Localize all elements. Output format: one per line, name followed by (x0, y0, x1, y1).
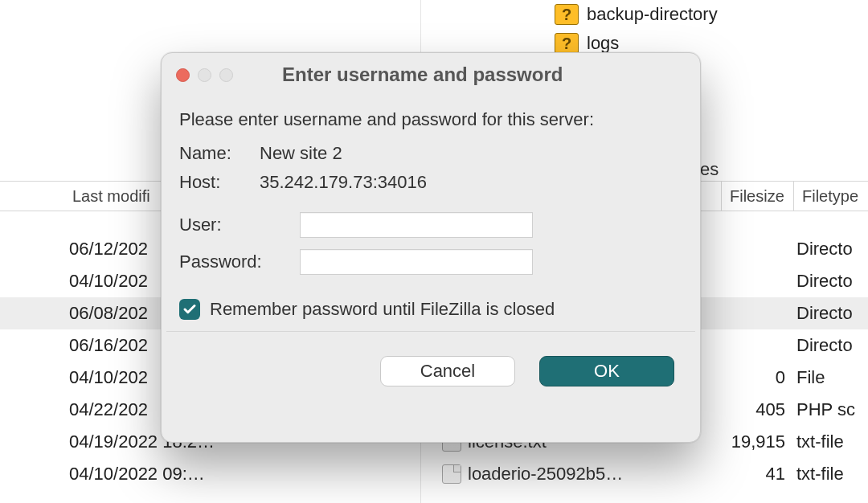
cell-size: 405 (715, 399, 792, 420)
table-row[interactable]: 04/10/2022 09:…loaderio-25092b5…41txt-fi… (0, 458, 868, 490)
col-last-modified[interactable]: Last modifi (0, 182, 177, 211)
host-label: Host: (179, 172, 260, 193)
credentials-dialog: Enter username and password Please enter… (161, 52, 701, 443)
file-icon (442, 464, 461, 484)
cell-type: Directo (792, 239, 868, 260)
cell-name: loaderio-25092b5… (442, 464, 715, 485)
cell-type: PHP sc (792, 399, 868, 420)
minimize-icon (198, 68, 211, 82)
password-field-row: Password: (179, 249, 682, 275)
info-row-host: Host: 35.242.179.73:34016 (179, 172, 682, 193)
remote-items-partial: backup-directory logs (555, 0, 718, 58)
info-row-name: Name: New site 2 (179, 143, 682, 164)
user-input[interactable] (300, 212, 533, 238)
host-value: 35.242.179.73:34016 (260, 172, 427, 193)
user-field-row: User: (179, 212, 682, 238)
dialog-titlebar: Enter username and password (162, 53, 700, 96)
cell-size: 19,915 (715, 431, 792, 452)
name-label: Name: (179, 143, 260, 164)
dialog-body: Please enter username and password for t… (162, 96, 700, 320)
cell-type: Directo (792, 335, 868, 356)
cancel-button[interactable]: Cancel (380, 356, 515, 386)
cell-date: 04/10/2022 09:… (0, 464, 418, 485)
check-icon (182, 302, 197, 317)
remote-item-label: logs (587, 33, 619, 54)
user-label: User: (179, 215, 300, 235)
ok-button[interactable]: OK (539, 356, 674, 386)
dialog-footer: Cancel OK (162, 332, 700, 386)
remember-row: Remember password until FileZilla is clo… (179, 299, 682, 320)
col-filetype[interactable]: Filetype (793, 182, 868, 211)
cell-type: Directo (792, 303, 868, 324)
dialog-title: Enter username and password (246, 63, 686, 86)
cell-type: txt-file (792, 464, 868, 485)
folder-question-icon (555, 33, 579, 54)
remember-checkbox[interactable] (179, 299, 200, 320)
cell-type: Directo (792, 271, 868, 292)
zoom-icon (219, 68, 233, 82)
col-filesize[interactable]: Filesize (721, 182, 793, 211)
remote-item[interactable]: backup-directory (555, 0, 718, 29)
password-label: Password: (179, 251, 300, 272)
dialog-instruction: Please enter username and password for t… (179, 109, 682, 130)
name-value: New site 2 (260, 143, 342, 164)
password-input[interactable] (300, 249, 533, 275)
cell-type: File (792, 367, 868, 388)
remember-label: Remember password until FileZilla is clo… (210, 299, 555, 320)
remote-item-label: backup-directory (587, 4, 718, 25)
close-icon[interactable] (176, 68, 190, 82)
cell-size: 41 (715, 464, 792, 485)
cell-type: txt-file (792, 431, 868, 452)
file-name-label: loaderio-25092b5… (468, 464, 623, 485)
cell-size: 0 (715, 367, 792, 388)
folder-question-icon (555, 4, 579, 25)
window-controls (176, 68, 233, 82)
